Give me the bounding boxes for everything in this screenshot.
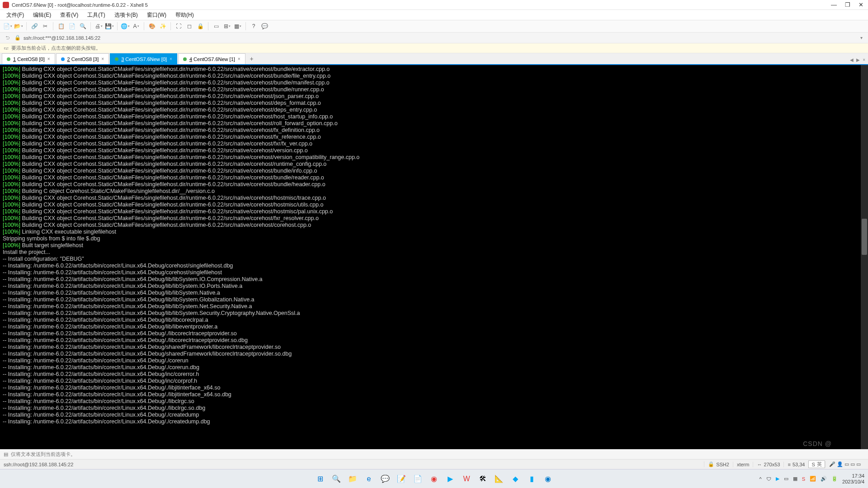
status-ime[interactable]: S 英 — [808, 460, 825, 468]
menu-view[interactable]: 查看(V) — [57, 10, 82, 20]
help-button[interactable]: ? — [249, 21, 259, 31]
taskbar: ⊞ 🔍 📁 e 💬 📝 📄 ◉ ▶ W 🛠 📐 ◆ ▮ ◉ ^ 🛡 ▶ ▭ ▦ … — [0, 469, 868, 488]
status-size: ↔ 270x53 — [753, 462, 783, 467]
title-bar: CentOS7.6New [0] - root@localhost:/runti… — [0, 0, 868, 10]
compass-icon[interactable]: 📐 — [492, 472, 506, 486]
menu-help[interactable]: 帮助(H) — [172, 10, 198, 20]
tray-volume-icon[interactable]: 🔊 — [821, 476, 827, 482]
compose-button[interactable]: ▭ — [211, 21, 221, 31]
fullscreen-button[interactable]: ⛶ — [174, 21, 184, 31]
notepad-icon[interactable]: 📝 — [395, 472, 408, 486]
tab-4[interactable]: 4 CentOS7.6New [1] × — [178, 53, 245, 64]
system-tray: ^ 🛡 ▶ ▭ ▦ S 📶 🔊 🔋 17:34 2023/10/4 — [760, 473, 864, 485]
menu-file[interactable]: 文件(F) — [3, 10, 28, 20]
input-hint-text: 仅将文本发送到当前选项卡。 — [11, 451, 75, 458]
minimize-button[interactable]: — — [831, 1, 837, 8]
encoding-button[interactable]: 🌐 — [120, 21, 130, 31]
menu-bar: 文件(F) 编辑(E) 查看(V) 工具(T) 选项卡(B) 窗口(W) 帮助(… — [0, 10, 868, 20]
transparent-button[interactable]: ◻ — [184, 21, 194, 31]
menu-window[interactable]: 窗口(W) — [143, 10, 170, 20]
status-term: xterm — [733, 462, 753, 467]
maximize-button[interactable]: ❐ — [845, 1, 850, 8]
copy-button[interactable]: 📋 — [56, 21, 66, 31]
status-dot-icon — [183, 57, 187, 61]
color-button[interactable]: 🎨 — [147, 21, 157, 31]
start-button[interactable]: ⊞ — [313, 472, 327, 486]
tab-strip: 1 CentOS8 [0] × 2 CentOS8 [3] × 3 CentOS… — [0, 53, 868, 65]
tray-app-icon[interactable]: ▶ — [776, 476, 779, 482]
window-title: CentOS7.6New [0] - root@localhost:/runti… — [12, 2, 831, 8]
tray-battery-icon[interactable]: 🔋 — [831, 476, 838, 482]
taskbar-center: ⊞ 🔍 📁 e 💬 📝 📄 ◉ ▶ W 🛠 📐 ◆ ▮ ◉ — [313, 472, 555, 486]
wps-icon[interactable]: W — [460, 472, 473, 486]
tool-icon[interactable]: 🛠 — [476, 472, 490, 486]
ontop-button[interactable]: 🔒 — [195, 21, 205, 31]
tab-2[interactable]: 2 CentOS8 [3] × — [56, 53, 109, 64]
tab-1[interactable]: 1 CentOS8 [0] × — [2, 53, 55, 64]
browser-icon[interactable]: ◉ — [427, 472, 441, 486]
status-tray-icons: 🎤 👤 ▭ ▭ ▭ — [825, 461, 864, 467]
about-button[interactable]: 💬 — [259, 21, 269, 31]
tab-add-button[interactable]: + — [246, 53, 257, 64]
tray-s-icon[interactable]: S — [802, 476, 805, 482]
watermark: CSDN @ — [803, 441, 832, 447]
status-dot-icon — [7, 57, 10, 61]
connect-button[interactable]: 🔗 — [29, 21, 39, 31]
menu-tabs[interactable]: 选项卡(B) — [111, 10, 142, 20]
tray-app3-icon[interactable]: ▦ — [793, 476, 797, 482]
tab-next-icon[interactable]: ▶ — [856, 57, 860, 62]
tray-app2-icon[interactable]: ▭ — [784, 476, 788, 482]
disconnect-button[interactable]: ✂ — [40, 21, 50, 31]
input-hint-bar: ▤ 仅将文本发送到当前选项卡。 — [0, 449, 868, 459]
tab-close-icon[interactable]: × — [238, 56, 241, 61]
broadcast-icon[interactable]: ▤ — [4, 451, 8, 457]
paste-button[interactable]: 📄 — [67, 21, 77, 31]
tray-security-icon[interactable]: 🛡 — [766, 476, 771, 482]
app-icon — [3, 2, 9, 8]
address-dropdown[interactable]: ▾ — [859, 35, 864, 40]
tray-wifi-icon[interactable]: 📶 — [810, 476, 816, 482]
app2-icon[interactable]: ▮ — [525, 472, 538, 486]
print-button[interactable]: 🖨 — [94, 21, 104, 31]
add-session-icon[interactable]: ⮓ — [4, 46, 9, 51]
menu-edit[interactable]: 编辑(E) — [29, 10, 55, 20]
font-button[interactable]: A — [131, 21, 141, 31]
info-bar: ⮓ 要添加当前会话，点击左侧的箭头按钮。 — [0, 43, 868, 53]
status-address: ssh://root@192.168.188.145:22 — [4, 462, 704, 467]
info-text: 要添加当前会话，点击左侧的箭头按钮。 — [11, 45, 101, 52]
tab-prev-icon[interactable]: ◀ — [850, 57, 854, 62]
tab-close-icon[interactable]: × — [101, 56, 104, 61]
window-controls: — ❐ ✕ — [831, 1, 865, 8]
explorer-icon[interactable]: 📁 — [346, 472, 359, 486]
open-button[interactable]: 📂 — [14, 21, 24, 31]
tab-close-icon[interactable]: × — [47, 56, 50, 61]
address-bar: ⮌ 🔒 ssh://root:***@192.168.188.145:22 ▾ — [0, 33, 868, 43]
back-icon[interactable]: ⮌ — [4, 35, 12, 40]
toolbar: 📄 📂 🔗 ✂ 📋 📄 🔍 🖨 💾 🌐 A 🎨 ✨ ⛶ ◻ 🔒 ▭ ⊞ ▦ ? … — [0, 20, 868, 33]
terminal-scrollbar[interactable] — [861, 65, 868, 449]
notepad2-icon[interactable]: 📄 — [411, 472, 425, 486]
lock-icon: 🔒 — [14, 35, 21, 41]
menu-tools[interactable]: 工具(T) — [84, 10, 108, 20]
edge-icon[interactable]: e — [362, 472, 376, 486]
tab-3[interactable]: 3 CentOS7.6New [0] × — [110, 53, 177, 64]
clock[interactable]: 17:34 2023/10/4 — [842, 473, 864, 485]
tab-close-all-icon[interactable]: × — [863, 57, 865, 62]
tab-close-icon[interactable]: × — [170, 56, 172, 61]
highlight-button[interactable]: ✨ — [158, 21, 168, 31]
app-icon[interactable]: ◆ — [509, 472, 522, 486]
search-icon[interactable]: 🔍 — [330, 472, 343, 486]
video-icon[interactable]: ▶ — [443, 472, 457, 486]
find-button[interactable]: 🔍 — [78, 21, 88, 31]
wechat-icon[interactable]: 💬 — [378, 472, 392, 486]
tray-chevron-icon[interactable]: ^ — [760, 476, 762, 482]
status-dot-icon — [115, 57, 118, 61]
xshell-icon[interactable]: ◉ — [541, 472, 555, 486]
log-button[interactable]: 💾 — [104, 21, 114, 31]
tools-button[interactable]: ▦ — [233, 21, 243, 31]
quickcmd-button[interactable]: ⊞ — [222, 21, 232, 31]
terminal-output[interactable]: [100%] Building CXX object Corehost.Stat… — [0, 65, 868, 449]
address-text[interactable]: ssh://root:***@192.168.188.145:22 — [24, 35, 856, 41]
new-session-button[interactable]: 📄 — [3, 21, 13, 31]
close-button[interactable]: ✕ — [859, 1, 863, 8]
